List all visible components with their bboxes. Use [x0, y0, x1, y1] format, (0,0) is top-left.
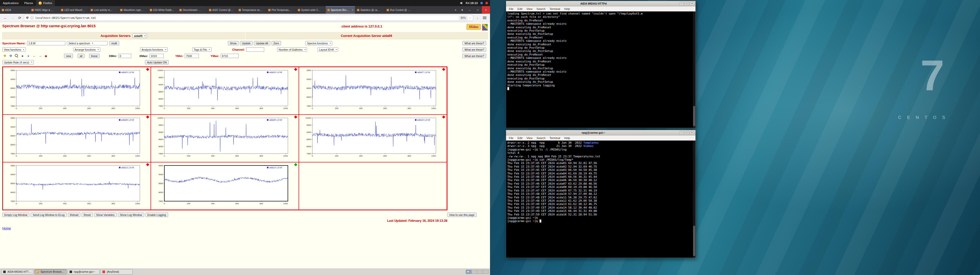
back-icon[interactable]: ←	[3, 15, 8, 21]
applications-menu[interactable]: Applications	[0, 0, 21, 6]
active-app-indicator[interactable]: Firefox	[36, 0, 55, 6]
browser-tab[interactable]: Temperature an… ×	[237, 6, 266, 14]
forward-icon[interactable]: →	[10, 15, 15, 21]
tray-icon-blue[interactable]	[480, 2, 483, 4]
maximize-button[interactable]: □	[474, 6, 482, 14]
radiation-blue-icon[interactable]: ☢	[8, 54, 13, 58]
tab-close-icon[interactable]: ×	[352, 9, 353, 11]
spectrum-plot-aida07[interactable]: 7500800085009000950002004006008001000aid…	[299, 67, 447, 115]
menu-item[interactable]: Terminal	[547, 7, 562, 10]
menu-item[interactable]: Help	[562, 136, 572, 139]
titlebar[interactable]: npg@carme-gsi:~ – □ ×	[506, 130, 695, 136]
minimize-button[interactable]: –	[679, 131, 684, 135]
downloads-icon[interactable]	[475, 15, 480, 21]
reload-icon[interactable]: ⟳	[17, 15, 22, 21]
clock[interactable]: Fri 19:13	[466, 2, 478, 5]
titlebar[interactable]: AIDA MIDAS HTTPd – □ ×	[506, 1, 695, 6]
browser-tab[interactable]: Discriminator … ×	[178, 6, 207, 14]
spectra-functions-dropdown[interactable]: Spectra functions▾	[305, 41, 332, 45]
spectrum-name-input[interactable]	[27, 41, 65, 45]
arrow-left-icon[interactable]: ←	[32, 54, 37, 58]
channel-input[interactable]	[246, 47, 264, 52]
taskbar-window-button[interactable]: [AnyDesk]	[100, 269, 133, 275]
scrollbar-thumb[interactable]	[693, 226, 695, 256]
axis-button[interactable]: all	[78, 54, 84, 58]
browser-tab[interactable]: Spectrum Bro… ×	[326, 6, 355, 14]
spectrum-plot-aida04[interactable]: 7500800085009000950010000020040060080010…	[151, 67, 299, 115]
ymax-input[interactable]	[221, 54, 239, 58]
menu-item[interactable]: Edit	[515, 136, 525, 139]
volume-icon[interactable]	[460, 2, 463, 5]
home-link[interactable]: Home	[2, 227, 11, 230]
browser-tab[interactable]: Statistics @ ca… ×	[355, 6, 385, 14]
taskbar-window-button[interactable]: AIDA MIDAS HTTPd	[1, 269, 33, 275]
browser-tab[interactable]: AIDA ×	[0, 6, 30, 14]
scrollbar-thumb[interactable]	[693, 106, 695, 126]
arrow-right-icon[interactable]: →	[38, 54, 43, 58]
help-button[interactable]: What are these?	[463, 47, 486, 52]
auto-update-button[interactable]: Auto Update ON	[145, 60, 169, 65]
workspace-4[interactable]	[483, 270, 488, 274]
menu-item[interactable]: File	[507, 7, 515, 10]
help-button[interactable]: What are these?	[463, 54, 486, 58]
list-tabs-icon[interactable]: ▾	[459, 6, 466, 14]
globe-light-icon[interactable]: ●	[26, 54, 31, 58]
tray-icon-red[interactable]	[485, 2, 488, 4]
spectrum-plot-aida13[interactable]: 7500800085009000950002004006008001000aid…	[3, 162, 151, 210]
browser-tab[interactable]: GSI White Rabb… ×	[148, 6, 178, 14]
menu-hamburger-icon[interactable]	[482, 15, 487, 21]
help-button[interactable]: What are these?	[463, 41, 486, 45]
site-info-icon[interactable]	[30, 16, 33, 19]
terminal-output[interactable]: drwxr-xr-x. 2 npg npg 6 Jan 30 2022 Temp…	[506, 141, 695, 258]
browser-tab[interactable]: Run Control @ … ×	[385, 6, 414, 14]
browser-tab[interactable]: LED and Wavef… ×	[59, 6, 89, 14]
select-spectrum-dropdown[interactable]: Select a spectrum▾	[67, 41, 108, 45]
menu-item[interactable]: File	[507, 136, 515, 139]
places-menu[interactable]: Places	[21, 0, 36, 6]
taskbar-window-button[interactable]: npg@carme-gsi:~	[68, 269, 100, 275]
zoom-reset-icon[interactable]: ◆	[43, 54, 48, 58]
browser-tab[interactable]: FADC Align & … ×	[30, 6, 59, 14]
close-button[interactable]: ×	[690, 2, 694, 6]
spectrum-action-button[interactable]: Zero	[272, 41, 281, 45]
view-functions-dropdown[interactable]: View functions▾	[2, 47, 26, 52]
magnifier-icon[interactable]	[14, 54, 19, 58]
layout-dropdown[interactable]: Layout ID=8▾	[318, 47, 338, 52]
galleries-dropdown[interactable]: Number of Galleries▾	[277, 47, 307, 52]
menu-item[interactable]: Help	[562, 7, 572, 10]
tags-fits-dropdown[interactable]: Tags & Fits▾	[192, 47, 212, 52]
workspace-2[interactable]	[472, 270, 477, 274]
update-rate-dropdown[interactable]: Update Rate (4 secs)▾	[2, 60, 34, 65]
maximize-button[interactable]: □	[685, 2, 689, 6]
xmin-input[interactable]	[118, 54, 131, 58]
taskbar-window-button[interactable]: Spectrum Browser @ carme-g…	[35, 269, 67, 275]
scrollbar[interactable]	[693, 141, 695, 258]
maximize-button[interactable]: □	[685, 131, 689, 135]
log-button[interactable]: Send Log Window to ELog	[30, 213, 66, 217]
browser-tab[interactable]: System wide C… ×	[296, 6, 326, 14]
menu-item[interactable]: Search	[535, 7, 547, 10]
spectrum-action-button[interactable]: Update All	[254, 41, 270, 45]
log-button[interactable]: Show Log Window	[118, 213, 144, 217]
xmax-input[interactable]	[150, 54, 164, 58]
acquisition-server-select[interactable]: aida09▾	[132, 33, 147, 38]
terminal-output[interactable]: loading Spectrum.tcl > can not find chan…	[506, 11, 695, 128]
spectrum-plot-aida10[interactable]: 7500800085009000950010000020040060080010…	[299, 115, 447, 162]
globe-dark-icon[interactable]: ●	[20, 54, 25, 58]
menu-item[interactable]: Search	[535, 136, 547, 139]
minimize-button[interactable]: –	[679, 2, 684, 6]
log-button[interactable]: Empty Log Window	[2, 213, 29, 217]
menu-item[interactable]: View	[525, 7, 535, 10]
log-button[interactable]: Reload	[68, 213, 80, 217]
spectrum-plot-aida14[interactable]: 7500800085009000950002004006008001000aid…	[151, 162, 299, 210]
bookmark-star-icon[interactable]	[469, 16, 471, 20]
browser-tab[interactable]: Plot Temperatu… ×	[266, 6, 296, 14]
browser-tab[interactable]: Waveform capt… ×	[118, 6, 148, 14]
axis-button[interactable]: new	[64, 54, 73, 58]
menu-item[interactable]: Edit	[515, 7, 525, 10]
close-button[interactable]: ×	[690, 131, 694, 135]
radiation-icon[interactable]: ☢	[2, 54, 7, 58]
browser-tab[interactable]: Lost activity m… ×	[89, 6, 118, 14]
scrollbar[interactable]	[693, 11, 695, 128]
new-tab-button[interactable]: +	[452, 6, 459, 14]
